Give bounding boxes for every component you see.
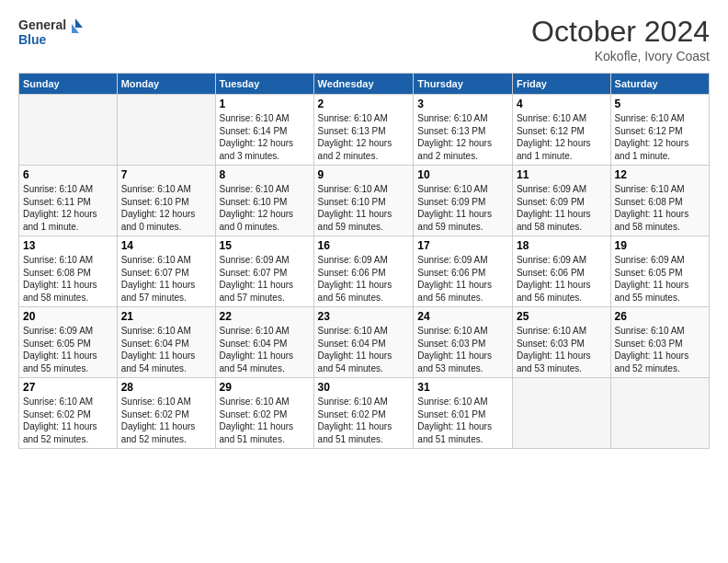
day-number: 8 bbox=[220, 168, 310, 181]
calendar-header-sunday: Sunday bbox=[19, 74, 118, 95]
calendar-cell: 1Sunrise: 6:10 AM Sunset: 6:14 PM Daylig… bbox=[215, 95, 313, 166]
calendar-header-tuesday: Tuesday bbox=[215, 74, 313, 95]
day-number: 12 bbox=[615, 168, 705, 181]
calendar-cell: 23Sunrise: 6:10 AM Sunset: 6:04 PM Dayli… bbox=[313, 307, 414, 378]
day-info: Sunrise: 6:10 AM Sunset: 6:10 PM Dayligh… bbox=[121, 183, 211, 233]
day-number: 18 bbox=[517, 239, 607, 252]
title-block: October 2024 Kokofle, Ivory Coast bbox=[531, 15, 710, 63]
calendar-week-row: 27Sunrise: 6:10 AM Sunset: 6:02 PM Dayli… bbox=[19, 378, 710, 449]
calendar-cell: 25Sunrise: 6:10 AM Sunset: 6:03 PM Dayli… bbox=[512, 307, 610, 378]
day-info: Sunrise: 6:10 AM Sunset: 6:08 PM Dayligh… bbox=[615, 183, 705, 233]
day-info: Sunrise: 6:10 AM Sunset: 6:14 PM Dayligh… bbox=[220, 112, 310, 162]
day-info: Sunrise: 6:10 AM Sunset: 6:11 PM Dayligh… bbox=[23, 183, 113, 233]
calendar-cell bbox=[610, 378, 709, 449]
calendar-cell: 22Sunrise: 6:10 AM Sunset: 6:04 PM Dayli… bbox=[215, 307, 313, 378]
logo: General Blue bbox=[18, 15, 83, 50]
calendar-cell: 11Sunrise: 6:09 AM Sunset: 6:09 PM Dayli… bbox=[512, 166, 610, 236]
calendar-table: SundayMondayTuesdayWednesdayThursdayFrid… bbox=[18, 73, 710, 449]
day-info: Sunrise: 6:10 AM Sunset: 6:01 PM Dayligh… bbox=[417, 396, 508, 445]
day-info: Sunrise: 6:10 AM Sunset: 6:04 PM Dayligh… bbox=[318, 325, 410, 374]
calendar-week-row: 20Sunrise: 6:09 AM Sunset: 6:05 PM Dayli… bbox=[19, 307, 710, 378]
calendar-header-thursday: Thursday bbox=[414, 74, 513, 95]
day-number: 16 bbox=[318, 239, 410, 252]
calendar-week-row: 6Sunrise: 6:10 AM Sunset: 6:11 PM Daylig… bbox=[19, 166, 710, 236]
day-number: 4 bbox=[517, 98, 607, 110]
day-info: Sunrise: 6:09 AM Sunset: 6:07 PM Dayligh… bbox=[220, 254, 310, 304]
logo-svg: General Blue bbox=[18, 15, 83, 50]
day-number: 14 bbox=[121, 239, 211, 252]
calendar-cell: 28Sunrise: 6:10 AM Sunset: 6:02 PM Dayli… bbox=[117, 378, 215, 449]
day-number: 21 bbox=[121, 310, 211, 323]
calendar-header-wednesday: Wednesday bbox=[313, 74, 414, 95]
day-number: 15 bbox=[220, 239, 310, 252]
calendar-cell: 26Sunrise: 6:10 AM Sunset: 6:03 PM Dayli… bbox=[610, 307, 709, 378]
day-info: Sunrise: 6:09 AM Sunset: 6:09 PM Dayligh… bbox=[517, 183, 607, 233]
calendar-cell: 9Sunrise: 6:10 AM Sunset: 6:10 PM Daylig… bbox=[313, 166, 414, 236]
calendar-cell: 8Sunrise: 6:10 AM Sunset: 6:10 PM Daylig… bbox=[215, 166, 313, 236]
location-title: Kokofle, Ivory Coast bbox=[531, 49, 710, 63]
day-number: 25 bbox=[517, 310, 607, 323]
calendar-cell: 21Sunrise: 6:10 AM Sunset: 6:04 PM Dayli… bbox=[117, 307, 215, 378]
day-info: Sunrise: 6:10 AM Sunset: 6:03 PM Dayligh… bbox=[417, 325, 508, 374]
day-info: Sunrise: 6:09 AM Sunset: 6:06 PM Dayligh… bbox=[318, 254, 410, 304]
calendar-cell: 4Sunrise: 6:10 AM Sunset: 6:12 PM Daylig… bbox=[512, 95, 610, 166]
calendar-cell: 27Sunrise: 6:10 AM Sunset: 6:02 PM Dayli… bbox=[19, 378, 118, 449]
day-number: 9 bbox=[318, 168, 410, 181]
calendar-cell: 10Sunrise: 6:10 AM Sunset: 6:09 PM Dayli… bbox=[414, 166, 513, 236]
day-info: Sunrise: 6:10 AM Sunset: 6:12 PM Dayligh… bbox=[615, 112, 705, 162]
day-number: 11 bbox=[517, 168, 607, 181]
calendar-week-row: 1Sunrise: 6:10 AM Sunset: 6:14 PM Daylig… bbox=[19, 95, 710, 166]
calendar-cell: 13Sunrise: 6:10 AM Sunset: 6:08 PM Dayli… bbox=[19, 236, 118, 307]
svg-marker-2 bbox=[75, 18, 83, 28]
day-number: 31 bbox=[417, 381, 508, 394]
svg-text:General: General bbox=[18, 17, 66, 32]
calendar-cell: 5Sunrise: 6:10 AM Sunset: 6:12 PM Daylig… bbox=[610, 95, 709, 166]
day-info: Sunrise: 6:10 AM Sunset: 6:07 PM Dayligh… bbox=[121, 254, 211, 304]
day-number: 23 bbox=[318, 310, 410, 323]
calendar-cell: 20Sunrise: 6:09 AM Sunset: 6:05 PM Dayli… bbox=[19, 307, 118, 378]
svg-text:Blue: Blue bbox=[18, 32, 47, 47]
calendar-cell: 3Sunrise: 6:10 AM Sunset: 6:13 PM Daylig… bbox=[414, 95, 513, 166]
day-info: Sunrise: 6:10 AM Sunset: 6:02 PM Dayligh… bbox=[220, 396, 310, 445]
calendar-cell: 17Sunrise: 6:09 AM Sunset: 6:06 PM Dayli… bbox=[414, 236, 513, 307]
day-number: 5 bbox=[615, 98, 705, 110]
page: General Blue October 2024 Kokofle, Ivory… bbox=[0, 0, 728, 563]
day-number: 19 bbox=[615, 239, 705, 252]
day-number: 10 bbox=[417, 168, 508, 181]
day-info: Sunrise: 6:10 AM Sunset: 6:09 PM Dayligh… bbox=[417, 183, 508, 233]
day-number: 29 bbox=[220, 381, 310, 394]
day-number: 2 bbox=[318, 98, 410, 110]
calendar-header-row: SundayMondayTuesdayWednesdayThursdayFrid… bbox=[19, 74, 710, 95]
calendar-cell: 24Sunrise: 6:10 AM Sunset: 6:03 PM Dayli… bbox=[414, 307, 513, 378]
calendar-cell: 7Sunrise: 6:10 AM Sunset: 6:10 PM Daylig… bbox=[117, 166, 215, 236]
day-info: Sunrise: 6:10 AM Sunset: 6:03 PM Dayligh… bbox=[615, 325, 705, 374]
calendar-cell: 14Sunrise: 6:10 AM Sunset: 6:07 PM Dayli… bbox=[117, 236, 215, 307]
day-info: Sunrise: 6:09 AM Sunset: 6:05 PM Dayligh… bbox=[23, 325, 113, 374]
calendar-cell: 30Sunrise: 6:10 AM Sunset: 6:02 PM Dayli… bbox=[313, 378, 414, 449]
day-info: Sunrise: 6:10 AM Sunset: 6:02 PM Dayligh… bbox=[23, 396, 113, 445]
calendar-week-row: 13Sunrise: 6:10 AM Sunset: 6:08 PM Dayli… bbox=[19, 236, 710, 307]
calendar-cell bbox=[19, 95, 118, 166]
day-number: 27 bbox=[23, 381, 113, 394]
day-number: 24 bbox=[417, 310, 508, 323]
day-info: Sunrise: 6:09 AM Sunset: 6:05 PM Dayligh… bbox=[615, 254, 705, 304]
day-info: Sunrise: 6:10 AM Sunset: 6:08 PM Dayligh… bbox=[23, 254, 113, 304]
calendar-cell: 6Sunrise: 6:10 AM Sunset: 6:11 PM Daylig… bbox=[19, 166, 118, 236]
day-info: Sunrise: 6:10 AM Sunset: 6:04 PM Dayligh… bbox=[220, 325, 310, 374]
calendar-header-friday: Friday bbox=[512, 74, 610, 95]
calendar-cell: 18Sunrise: 6:09 AM Sunset: 6:06 PM Dayli… bbox=[512, 236, 610, 307]
header: General Blue October 2024 Kokofle, Ivory… bbox=[18, 15, 710, 63]
day-info: Sunrise: 6:10 AM Sunset: 6:03 PM Dayligh… bbox=[517, 325, 607, 374]
day-number: 17 bbox=[417, 239, 508, 252]
day-number: 13 bbox=[23, 239, 113, 252]
day-info: Sunrise: 6:10 AM Sunset: 6:12 PM Dayligh… bbox=[517, 112, 607, 162]
day-number: 6 bbox=[23, 168, 113, 181]
calendar-cell: 15Sunrise: 6:09 AM Sunset: 6:07 PM Dayli… bbox=[215, 236, 313, 307]
day-info: Sunrise: 6:10 AM Sunset: 6:02 PM Dayligh… bbox=[318, 396, 410, 445]
calendar-cell: 12Sunrise: 6:10 AM Sunset: 6:08 PM Dayli… bbox=[610, 166, 709, 236]
calendar-cell: 19Sunrise: 6:09 AM Sunset: 6:05 PM Dayli… bbox=[610, 236, 709, 307]
calendar-cell: 2Sunrise: 6:10 AM Sunset: 6:13 PM Daylig… bbox=[313, 95, 414, 166]
day-info: Sunrise: 6:09 AM Sunset: 6:06 PM Dayligh… bbox=[517, 254, 607, 304]
day-info: Sunrise: 6:10 AM Sunset: 6:04 PM Dayligh… bbox=[121, 325, 211, 374]
day-info: Sunrise: 6:10 AM Sunset: 6:13 PM Dayligh… bbox=[318, 112, 410, 162]
